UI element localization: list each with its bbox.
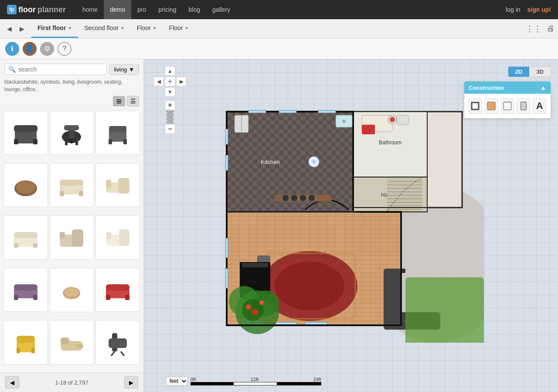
svg-rect-78: [362, 125, 375, 134]
nav-pricing[interactable]: pricing: [152, 0, 182, 19]
floor-icon[interactable]: [485, 98, 498, 114]
svg-rect-21: [118, 178, 129, 194]
tab-floor-4[interactable]: Floor ▼: [163, 19, 195, 38]
panel-icons: A: [464, 94, 551, 118]
nav-gallery[interactable]: gallery: [206, 0, 236, 19]
view-mode-toggle: 2D 3D: [508, 66, 551, 77]
pan-left-button[interactable]: ◀: [153, 77, 164, 86]
pagination-info: 1-18 of 2,797: [55, 379, 88, 386]
svg-point-15: [16, 181, 35, 194]
floor-nav-prev[interactable]: ◀: [3, 25, 15, 32]
ceiling-icon[interactable]: [501, 98, 514, 114]
list-item[interactable]: [50, 111, 94, 155]
svg-point-126: [308, 194, 315, 201]
print-button[interactable]: 🖨: [547, 24, 555, 33]
panel-close-button[interactable]: ▲: [540, 84, 546, 91]
tab-first-floor[interactable]: First floor ▼: [31, 19, 78, 38]
nav-demo[interactable]: demo: [104, 0, 131, 19]
svg-rect-40: [106, 284, 129, 290]
svg-point-7: [70, 140, 73, 143]
svg-rect-8: [65, 142, 68, 145]
tab-floor-3[interactable]: Floor ▼: [131, 19, 163, 38]
svg-rect-36: [33, 295, 37, 300]
list-item[interactable]: [95, 111, 140, 155]
list-item[interactable]: [3, 163, 48, 208]
app-logo[interactable]: fp floor planner: [7, 5, 66, 14]
logo-icon: fp: [7, 5, 17, 14]
list-view-button[interactable]: ☰: [127, 96, 139, 106]
svg-rect-28: [72, 229, 83, 247]
svg-rect-24: [14, 232, 37, 238]
door-icon[interactable]: [517, 98, 530, 114]
list-item[interactable]: [50, 320, 94, 365]
settings-button[interactable]: ⚙: [40, 42, 54, 56]
list-item[interactable]: [50, 163, 94, 208]
svg-rect-110: [242, 263, 268, 267]
next-page-button[interactable]: ▶: [124, 376, 138, 389]
canvas-area[interactable]: ▲ ◀ ✛ ▶ ▼ +: [144, 59, 558, 392]
list-item[interactable]: [95, 163, 140, 208]
scale-ruler: 0ft 12ft 24ft: [191, 377, 321, 385]
category-button[interactable]: living ▼: [109, 64, 140, 75]
svg-rect-6: [64, 125, 79, 130]
prev-page-button[interactable]: ◀: [5, 376, 19, 389]
pan-up-button[interactable]: ▲: [165, 66, 175, 76]
2d-mode-button[interactable]: 2D: [508, 67, 530, 77]
svg-rect-35: [14, 295, 18, 300]
list-item[interactable]: [3, 215, 48, 260]
tab-floor-4-caret: ▼: [184, 26, 189, 31]
3d-mode-button[interactable]: 3D: [529, 67, 551, 77]
zoom-ticks: [166, 111, 174, 123]
zoom-out-button[interactable]: −: [165, 124, 175, 134]
signup-link[interactable]: sign up!: [527, 6, 551, 13]
svg-rect-133: [318, 110, 336, 113]
help-button[interactable]: ?: [58, 42, 71, 56]
pan-down-button[interactable]: ▼: [165, 87, 175, 97]
svg-rect-77: [397, 115, 409, 125]
nav-pro[interactable]: pro: [131, 0, 152, 19]
svg-point-104: [275, 262, 344, 310]
floor-plan[interactable]: Garage Kitchen: [170, 68, 484, 343]
svg-line-53: [121, 351, 124, 356]
share-button[interactable]: ⋮⋮: [526, 24, 541, 34]
list-item[interactable]: [3, 320, 48, 365]
list-item[interactable]: [3, 111, 48, 155]
svg-rect-29: [60, 232, 65, 238]
svg-point-117: [252, 309, 258, 315]
login-link[interactable]: log in: [506, 6, 520, 13]
avatar-button[interactable]: 👤: [23, 42, 37, 56]
floor-nav-next[interactable]: ▶: [16, 25, 28, 32]
tab-second-floor[interactable]: Second floor ▼: [78, 19, 131, 38]
list-item[interactable]: [95, 320, 140, 365]
panel-header: Construction ▲: [464, 82, 551, 94]
svg-rect-55: [487, 102, 495, 110]
nav-home[interactable]: home: [76, 0, 104, 19]
svg-rect-45: [17, 348, 20, 353]
list-item[interactable]: [95, 215, 140, 260]
svg-point-125: [299, 194, 306, 201]
search-input[interactable]: [18, 66, 103, 73]
svg-rect-41: [106, 295, 110, 300]
pan-center-button[interactable]: ✛: [165, 77, 175, 86]
list-item[interactable]: [95, 268, 140, 312]
sidebar-footer: ◀ 1-18 of 2,797 ▶: [0, 372, 143, 392]
info-button[interactable]: ℹ: [5, 42, 19, 56]
walls-icon[interactable]: [469, 98, 482, 114]
floor-tabs-bar: ◀ ▶ First floor ▼ Second floor ▼ Floor ▼…: [0, 19, 558, 38]
scale-line: [191, 382, 321, 385]
text-icon[interactable]: A: [533, 98, 546, 114]
list-item[interactable]: [50, 215, 94, 260]
list-item[interactable]: [50, 268, 94, 312]
pan-right-button[interactable]: ▶: [176, 77, 187, 86]
nav-blog[interactable]: blog: [183, 0, 206, 19]
svg-rect-131: [248, 110, 266, 113]
grid-view-button[interactable]: ⊞: [113, 96, 125, 106]
list-item[interactable]: [3, 268, 48, 312]
svg-rect-18: [60, 191, 64, 196]
logo-text: floor: [18, 5, 36, 14]
panel-title: Construction: [469, 85, 504, 91]
zoom-in-button[interactable]: +: [165, 100, 175, 110]
svg-rect-26: [33, 243, 37, 248]
unit-select[interactable]: feet: [166, 376, 188, 386]
svg-rect-34: [14, 284, 37, 290]
